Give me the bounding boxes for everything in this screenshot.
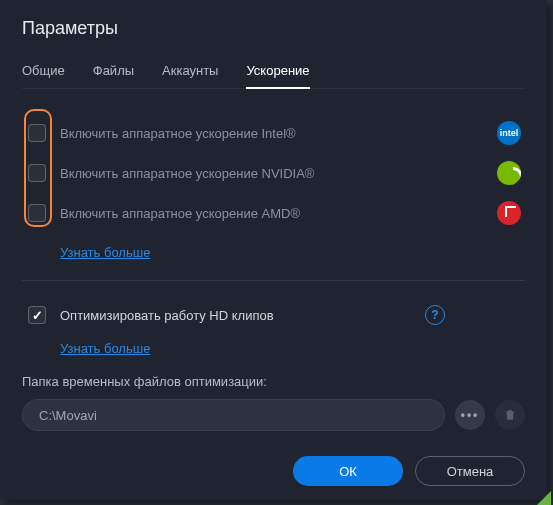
nvidia-accel-label: Включить аппаратное ускорение NVIDIA® [60,166,497,181]
acceleration-checkbox-group: Включить аппаратное ускорение Intel® int… [22,107,525,239]
temp-folder-input[interactable]: C:\Movavi [22,399,445,431]
trash-icon [503,408,517,422]
amd-accel-row: Включить аппаратное ускорение AMD® [22,193,525,233]
temp-folder-value: C:\Movavi [39,408,97,423]
tab-files[interactable]: Файлы [93,57,134,88]
acceleration-section: Включить аппаратное ускорение Intel® int… [22,107,525,266]
tab-acceleration[interactable]: Ускорение [246,57,309,88]
optimize-section: Оптимизировать работу HD клипов ? Узнать… [22,295,525,431]
help-icon[interactable]: ? [425,305,445,325]
cancel-button[interactable]: Отмена [415,456,525,486]
optimize-hd-checkbox[interactable] [28,306,46,324]
accel-learn-more-link[interactable]: Узнать больше [60,245,150,260]
nvidia-icon [497,161,521,185]
optimize-row: Оптимизировать работу HD клипов ? [22,295,525,335]
intel-accel-checkbox[interactable] [28,124,46,142]
amd-icon [497,201,521,225]
resize-grip-icon [537,491,551,505]
delete-button[interactable] [495,400,525,430]
intel-accel-row: Включить аппаратное ускорение Intel® int… [22,113,525,153]
settings-window: Параметры Общие Файлы Аккаунты Ускорение… [0,0,547,500]
tab-accounts[interactable]: Аккаунты [162,57,218,88]
amd-accel-label: Включить аппаратное ускорение AMD® [60,206,497,221]
nvidia-accel-checkbox[interactable] [28,164,46,182]
dialog-buttons: ОК Отмена [22,438,525,486]
amd-accel-checkbox[interactable] [28,204,46,222]
optimize-learn-more-link[interactable]: Узнать больше [60,341,150,356]
nvidia-accel-row: Включить аппаратное ускорение NVIDIA® [22,153,525,193]
intel-accel-label: Включить аппаратное ускорение Intel® [60,126,497,141]
divider [22,280,525,281]
window-title: Параметры [22,18,525,39]
intel-icon: intel [497,121,521,145]
tab-general[interactable]: Общие [22,57,65,88]
optimize-hd-label: Оптимизировать работу HD клипов [60,308,413,323]
temp-folder-row: C:\Movavi ••• [22,399,525,431]
browse-button[interactable]: ••• [455,400,485,430]
tabs: Общие Файлы Аккаунты Ускорение [22,57,525,89]
ellipsis-icon: ••• [461,408,480,422]
ok-button[interactable]: ОК [293,456,403,486]
temp-folder-label: Папка временных файлов оптимизации: [22,374,525,389]
